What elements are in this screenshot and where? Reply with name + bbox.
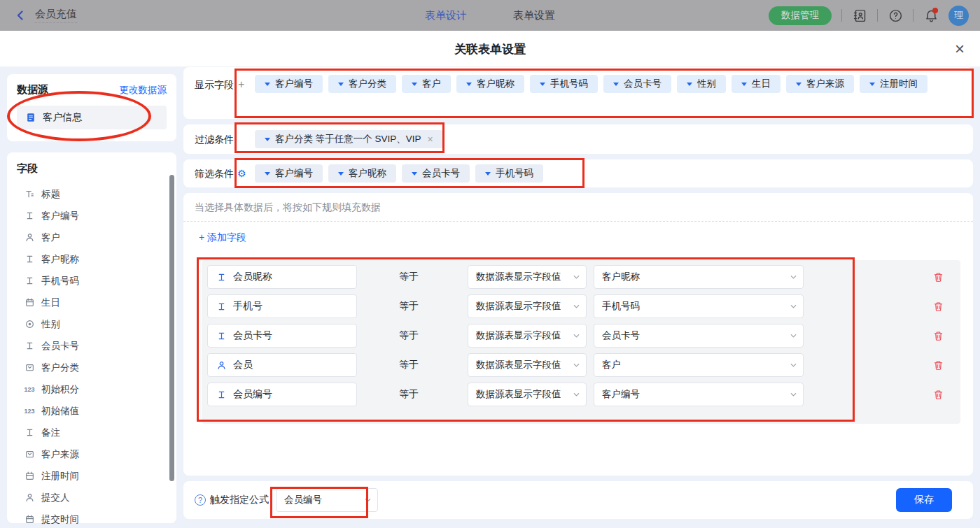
field-item[interactable]: 123初始储值 — [17, 400, 176, 422]
field-item[interactable]: 标题 — [17, 183, 176, 205]
scrollbar-thumb[interactable] — [169, 175, 174, 481]
text-icon — [24, 211, 35, 220]
tag-label: 会员卡号 — [624, 78, 662, 90]
back-icon[interactable] — [13, 8, 28, 23]
source-type-select[interactable]: 数据源表显示字段值 — [468, 294, 587, 318]
delete-rule-icon[interactable] — [933, 360, 944, 371]
field-item[interactable]: 客户来源 — [17, 443, 176, 465]
source-type-select[interactable]: 数据源表显示字段值 — [468, 353, 587, 377]
person-icon — [24, 233, 35, 242]
field-item[interactable]: 提交时间 — [17, 508, 176, 528]
dropdown-arrow-icon — [338, 83, 344, 86]
field-item-label: 会员卡号 — [41, 340, 79, 352]
field-tag[interactable]: 客户分类 — [328, 75, 396, 93]
field-tag[interactable]: 客户昵称 — [328, 164, 396, 183]
field-tag[interactable]: 手机号码 — [530, 75, 598, 93]
field-tag[interactable]: 客户编号 — [255, 164, 323, 183]
source-type-select[interactable]: 数据源表显示字段值 — [468, 383, 587, 406]
field-item[interactable]: 会员卡号 — [17, 335, 176, 357]
field-item-label: 生日 — [41, 297, 60, 309]
delete-rule-icon[interactable] — [933, 331, 944, 341]
field-item[interactable]: 性别 — [17, 313, 176, 335]
source-type-select[interactable]: 数据源表显示字段值 — [468, 265, 587, 289]
field-tag[interactable]: 性别 — [677, 75, 726, 93]
field-tag[interactable]: 手机号码 — [475, 164, 543, 183]
field-item[interactable]: 客户 — [17, 227, 176, 248]
target-field-input[interactable]: 手机号 — [207, 294, 357, 318]
divider — [841, 9, 842, 22]
help-circle-icon[interactable]: ? — [195, 494, 206, 506]
field-list: 标题客户编号客户客户昵称手机号码生日性别会员卡号客户分类123初始积分123初始… — [17, 183, 176, 528]
field-item[interactable]: 客户分类 — [17, 357, 176, 378]
field-item-label: 标题 — [41, 188, 60, 201]
add-field-link[interactable]: + 添加字段 — [199, 231, 246, 244]
form-name[interactable]: 会员充值 — [35, 8, 77, 23]
text-icon — [216, 302, 227, 311]
avatar[interactable]: 理 — [948, 6, 969, 26]
change-datasource-link[interactable]: 更改数据源 — [120, 84, 167, 97]
target-field-input[interactable]: 会员昵称 — [207, 265, 357, 289]
selected-value: 手机号码 — [602, 300, 640, 313]
help-icon[interactable] — [888, 8, 903, 23]
field-tag[interactable]: 会员卡号 — [603, 75, 671, 93]
field-item[interactable]: 客户编号 — [17, 205, 176, 227]
divider — [877, 9, 878, 22]
data-manage-button[interactable]: 数据管理 — [769, 6, 832, 25]
source-field-select[interactable]: 手机号码 — [594, 294, 804, 318]
source-field-select[interactable]: 客户编号 — [594, 383, 804, 406]
contacts-icon[interactable] — [852, 8, 867, 23]
field-tag[interactable]: 客户 — [402, 75, 451, 93]
field-tag[interactable]: 会员卡号 — [402, 164, 470, 183]
gear-icon[interactable]: ⚙ — [237, 168, 246, 179]
target-field-input[interactable]: 会员编号 — [207, 383, 357, 406]
topbar: 会员充值 表单设计 表单设置 数据管理 理 — [0, 0, 980, 31]
field-item[interactable]: 123初始积分 — [17, 378, 176, 400]
chevron-down-icon — [573, 362, 580, 369]
tab-form-design[interactable]: 表单设计 — [425, 9, 467, 22]
filter-tag[interactable]: 客户分类 等于任意一个 SVIP、VIP × — [255, 130, 443, 148]
field-tag[interactable]: 客户编号 — [255, 75, 323, 93]
remove-filter-icon[interactable]: × — [428, 134, 433, 145]
tab-form-settings[interactable]: 表单设置 — [513, 9, 555, 22]
delete-rule-icon[interactable] — [933, 390, 944, 400]
equals-label: 等于 — [399, 388, 420, 401]
equals-label: 等于 — [399, 359, 420, 371]
target-field-input[interactable]: 会员 — [207, 353, 357, 377]
delete-rule-icon[interactable] — [933, 301, 944, 312]
field-item[interactable]: 备注 — [17, 422, 176, 443]
bell-icon[interactable] — [923, 8, 939, 23]
field-item-label: 提交时间 — [41, 513, 79, 526]
field-item[interactable]: 手机号码 — [17, 270, 176, 292]
display-fields-row: 显示字段+ 客户编号客户分类客户客户昵称手机号码会员卡号性别生日客户来源注册时间 — [183, 67, 973, 119]
close-icon[interactable]: × — [955, 41, 965, 57]
field-tag[interactable]: 客户昵称 — [456, 75, 524, 93]
field-item[interactable]: 注册时间 — [17, 465, 176, 487]
add-display-field-icon[interactable]: + — [238, 78, 244, 90]
field-item[interactable]: 生日 — [17, 292, 176, 313]
source-field-select[interactable]: 客户 — [594, 353, 804, 377]
source-field-select[interactable]: 会员卡号 — [594, 324, 804, 348]
fill-rules-panel: 当选择具体数据后，将按如下规则填充数据 + 添加字段 会员昵称等于数据源表显示字… — [183, 193, 973, 476]
source-field-select[interactable]: 客户昵称 — [594, 265, 804, 289]
field-name: 会员编号 — [233, 388, 272, 401]
field-tag[interactable]: 客户来源 — [786, 75, 854, 93]
delete-rule-icon[interactable] — [933, 272, 944, 283]
rules-hint: 当选择具体数据后，将按如下规则填充数据 — [195, 201, 381, 214]
field-item[interactable]: 客户昵称 — [17, 248, 176, 270]
tag-label: 手机号码 — [550, 78, 588, 90]
field-item[interactable]: 提交人 — [17, 487, 176, 508]
datasource-item[interactable]: 客户信息 — [17, 106, 167, 129]
formula-select[interactable]: 会员编号 — [276, 488, 378, 512]
field-tag[interactable]: 注册时间 — [860, 75, 927, 93]
tag-label: 性别 — [697, 78, 716, 90]
fields-panel: 字段 标题客户编号客户客户昵称手机号码生日性别会员卡号客户分类123初始积分12… — [7, 152, 176, 523]
dropdown-arrow-icon — [265, 83, 270, 86]
dropdown-arrow-icon — [613, 83, 619, 86]
field-name: 手机号 — [233, 300, 262, 313]
filter-label: 过滤条件 — [195, 134, 246, 148]
chevron-down-icon — [790, 362, 797, 369]
source-type-select[interactable]: 数据源表显示字段值 — [468, 324, 587, 348]
target-field-input[interactable]: 会员卡号 — [207, 324, 357, 348]
save-button[interactable]: 保存 — [896, 488, 952, 512]
field-tag[interactable]: 生日 — [732, 75, 780, 93]
